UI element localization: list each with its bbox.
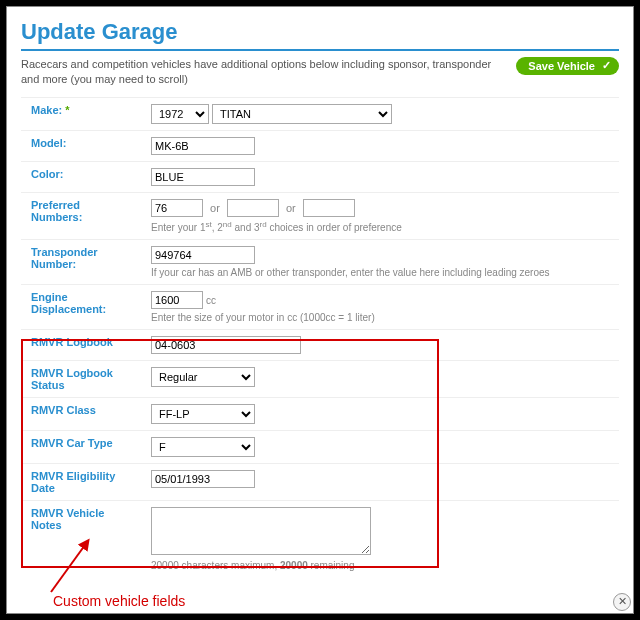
row-rmvr-car-type: RMVR Car Type F	[21, 431, 619, 464]
rmvr-class-select[interactable]: FF-LP	[151, 404, 255, 424]
annotation-label: Custom vehicle fields	[53, 593, 185, 609]
row-model: Model:	[21, 130, 619, 161]
intro-row: Racecars and competition vehicles have a…	[21, 57, 619, 87]
rmvr-logbook-status-select[interactable]: Regular	[151, 367, 255, 387]
pref-hint: Enter your 1st, 2nd and 3rd choices in o…	[151, 220, 611, 233]
row-rmvr-logbook: RMVR Logbook	[21, 330, 619, 361]
rmvr-elig-date-input[interactable]	[151, 470, 255, 488]
row-transponder: Transponder Number: If your car has an A…	[21, 240, 619, 285]
required-icon: *	[65, 104, 69, 116]
vehicle-form: Make: * 1972 TITAN Model: Color: Preferr…	[21, 97, 619, 577]
notes-hint: 20000 characters maximum, 20000 remainin…	[151, 560, 611, 571]
label-model: Model:	[21, 130, 141, 161]
pref-number-1[interactable]	[151, 199, 203, 217]
row-rmvr-notes: RMVR Vehicle Notes 20000 characters maxi…	[21, 501, 619, 578]
label-pref-numbers: Preferred Numbers:	[21, 192, 141, 239]
label-color: Color:	[21, 161, 141, 192]
row-engine: Engine Displacement: cc Enter the size o…	[21, 285, 619, 330]
dialog-frame: Update Garage Racecars and competition v…	[6, 6, 634, 614]
rmvr-car-type-select[interactable]: F	[151, 437, 255, 457]
make-name-select[interactable]: TITAN	[212, 104, 392, 124]
row-rmvr-elig-date: RMVR Eligibility Date	[21, 464, 619, 501]
rmvr-notes-textarea[interactable]	[151, 507, 371, 555]
label-rmvr-logbook: RMVR Logbook	[21, 330, 141, 361]
intro-text: Racecars and competition vehicles have a…	[21, 57, 504, 87]
close-button[interactable]: ✕	[613, 593, 631, 611]
transponder-hint: If your car has an AMB or other transpon…	[151, 267, 611, 278]
transponder-input[interactable]	[151, 246, 255, 264]
row-pref-numbers: Preferred Numbers: or or Enter your 1st,…	[21, 192, 619, 239]
engine-cc-input[interactable]	[151, 291, 203, 309]
pref-number-2[interactable]	[227, 199, 279, 217]
pref-number-3[interactable]	[303, 199, 355, 217]
engine-hint: Enter the size of your motor in cc (1000…	[151, 312, 611, 323]
label-make: Make: *	[21, 97, 141, 130]
label-rmvr-notes: RMVR Vehicle Notes	[21, 501, 141, 578]
label-rmvr-logbook-status: RMVR Logbook Status	[21, 361, 141, 398]
model-input[interactable]	[151, 137, 255, 155]
row-make: Make: * 1972 TITAN	[21, 97, 619, 130]
label-engine: Engine Displacement:	[21, 285, 141, 330]
color-input[interactable]	[151, 168, 255, 186]
row-rmvr-logbook-status: RMVR Logbook Status Regular	[21, 361, 619, 398]
label-transponder: Transponder Number:	[21, 240, 141, 285]
page-title: Update Garage	[21, 19, 619, 51]
row-rmvr-class: RMVR Class FF-LP	[21, 398, 619, 431]
label-rmvr-car-type: RMVR Car Type	[21, 431, 141, 464]
row-color: Color:	[21, 161, 619, 192]
rmvr-logbook-input[interactable]	[151, 336, 301, 354]
label-rmvr-class: RMVR Class	[21, 398, 141, 431]
make-year-select[interactable]: 1972	[151, 104, 209, 124]
label-rmvr-elig-date: RMVR Eligibility Date	[21, 464, 141, 501]
save-vehicle-button[interactable]: Save Vehicle	[516, 57, 619, 75]
